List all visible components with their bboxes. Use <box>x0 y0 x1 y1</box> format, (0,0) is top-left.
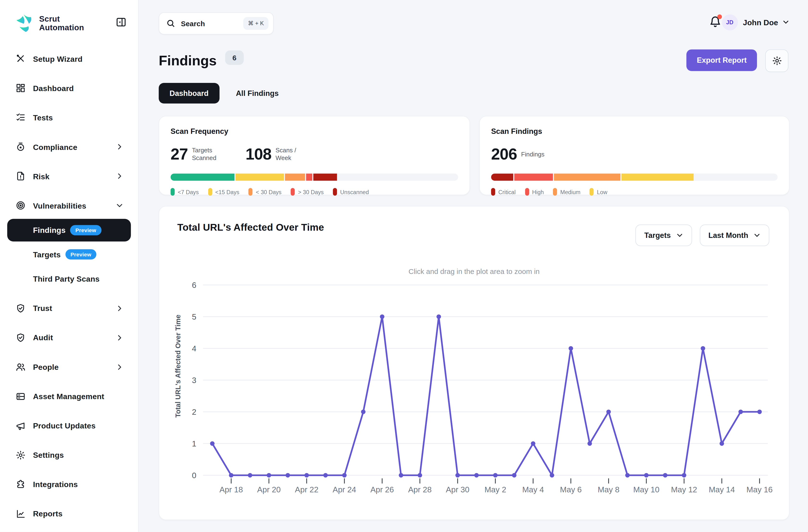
legend-item: < 30 Days <box>249 188 281 195</box>
data-point[interactable] <box>248 473 252 477</box>
gear-icon <box>772 56 782 66</box>
legend-item: > 30 Days <box>291 188 324 195</box>
search-shortcut-badge: ⌘ + K <box>243 17 269 30</box>
x-tick-label: May 10 <box>633 485 659 494</box>
sidebar-item-reports[interactable]: Reports <box>7 502 131 525</box>
search-input[interactable]: Search ⌘ + K <box>159 12 274 34</box>
x-tick-label: Apr 22 <box>295 485 318 494</box>
data-point[interactable] <box>305 473 309 477</box>
sidebar-item-label: Risk <box>33 172 50 180</box>
legend-swatch <box>333 188 337 195</box>
data-point[interactable] <box>550 473 554 477</box>
y-tick-label: 3 <box>192 376 196 385</box>
page-settings-button[interactable] <box>765 50 788 72</box>
sidebar-item-targets[interactable]: TargetsPreview <box>7 243 131 266</box>
sidebar-item-label: Tests <box>33 113 53 121</box>
chevron-right-icon <box>115 363 124 371</box>
export-report-button[interactable]: Export Report <box>686 50 757 71</box>
stat: 108Scans / Week <box>245 145 312 164</box>
legend-item: Critical <box>491 188 516 195</box>
data-point[interactable] <box>286 473 290 477</box>
data-point[interactable] <box>757 410 762 414</box>
line-chart-plot[interactable]: 0123456Total URL's Affected Over TimeApr… <box>159 206 789 519</box>
data-point[interactable] <box>644 473 648 477</box>
sidebar-item-asset-management[interactable]: Asset Management <box>7 385 131 407</box>
data-point[interactable] <box>568 346 573 350</box>
tab-all-findings[interactable]: All Findings <box>233 89 282 97</box>
legend-label: Medium <box>560 189 581 195</box>
tabs: DashboardAll Findings <box>159 83 282 103</box>
data-point[interactable] <box>323 473 328 477</box>
sidebar-item-compliance[interactable]: Compliance <box>7 135 131 158</box>
sidebar-item-label: Asset Management <box>33 392 104 401</box>
y-tick-label: 0 <box>192 471 196 480</box>
notifications-bell-icon[interactable] <box>709 15 721 29</box>
y-tick-label: 1 <box>192 439 196 448</box>
bar-segment--30-days <box>285 173 305 181</box>
data-point[interactable] <box>418 473 422 477</box>
legend-item: High <box>525 188 544 195</box>
data-point[interactable] <box>587 441 592 446</box>
legend-label: < 30 Days <box>256 189 281 195</box>
chevron-right-icon <box>115 304 124 312</box>
sidebar-item-product-updates[interactable]: Product Updates <box>7 414 131 437</box>
sidebar-item-risk[interactable]: Risk <box>7 165 131 187</box>
sidebar-item-integrations[interactable]: Integrations <box>7 473 131 495</box>
data-point[interactable] <box>682 473 686 477</box>
sidebar-item-vulnerabilities[interactable]: Vulnerabilities <box>7 194 131 217</box>
sidebar-item-trust[interactable]: Trust <box>7 297 131 319</box>
chevron-right-icon <box>115 334 124 342</box>
sidebar-item-setup-wizard[interactable]: Setup Wizard <box>7 48 131 70</box>
card-title: Scan Findings <box>491 127 542 135</box>
legend-label: Critical <box>498 189 516 195</box>
data-point[interactable] <box>531 441 535 446</box>
data-point[interactable] <box>361 410 366 414</box>
stat-label: Findings <box>521 151 545 158</box>
bar-segment-critical <box>491 173 513 181</box>
series-line <box>212 317 760 475</box>
data-point[interactable] <box>210 441 215 446</box>
data-point[interactable] <box>437 314 441 319</box>
stat-label: Targets Scanned <box>192 147 228 162</box>
user-menu[interactable]: JD John Doe <box>722 14 789 31</box>
data-point[interactable] <box>625 473 630 477</box>
compliance-icon <box>15 141 26 152</box>
data-point[interactable] <box>267 473 271 477</box>
sidebar-item-label: Compliance <box>33 142 77 151</box>
data-point[interactable] <box>399 473 403 477</box>
data-point[interactable] <box>606 410 611 414</box>
data-point[interactable] <box>512 473 517 477</box>
scan-findings-stats: 206Findings <box>491 141 545 168</box>
data-point[interactable] <box>342 473 347 477</box>
sidebar-item-label: Dashboard <box>33 83 74 92</box>
sidebar-item-settings[interactable]: Settings <box>7 443 131 466</box>
sidebar-item-findings[interactable]: FindingsPreview <box>7 218 131 241</box>
data-point[interactable] <box>701 346 705 350</box>
sidebar-item-tests[interactable]: Tests <box>7 106 131 129</box>
asset-icon <box>15 391 26 401</box>
data-point[interactable] <box>493 473 498 477</box>
x-tick-label: Apr 30 <box>446 485 470 494</box>
sidebar-item-people[interactable]: People <box>7 356 131 378</box>
data-point[interactable] <box>456 473 460 477</box>
legend-swatch <box>553 188 557 195</box>
setup-wizard-icon <box>15 54 26 64</box>
legend-item: <15 Days <box>208 188 239 195</box>
tab-dashboard[interactable]: Dashboard <box>159 83 219 103</box>
data-point[interactable] <box>229 473 234 477</box>
sidebar-item-dashboard[interactable]: Dashboard <box>7 77 131 99</box>
data-point[interactable] <box>719 441 724 446</box>
notification-dot <box>717 14 722 19</box>
data-point[interactable] <box>474 473 479 477</box>
data-point[interactable] <box>380 314 385 319</box>
sidebar-item-label: Trust <box>33 304 52 312</box>
sidebar-item-third-party-scans[interactable]: Third Party Scans <box>7 267 131 290</box>
bar-segment--30-days <box>306 173 312 181</box>
x-tick-label: Apr 26 <box>370 485 394 494</box>
legend-label: <15 Days <box>215 189 239 195</box>
y-tick-label: 5 <box>192 312 196 321</box>
legend-item: Unscanned <box>333 188 369 195</box>
data-point[interactable] <box>663 473 667 477</box>
data-point[interactable] <box>738 410 743 414</box>
sidebar-item-audit[interactable]: Audit <box>7 326 131 349</box>
